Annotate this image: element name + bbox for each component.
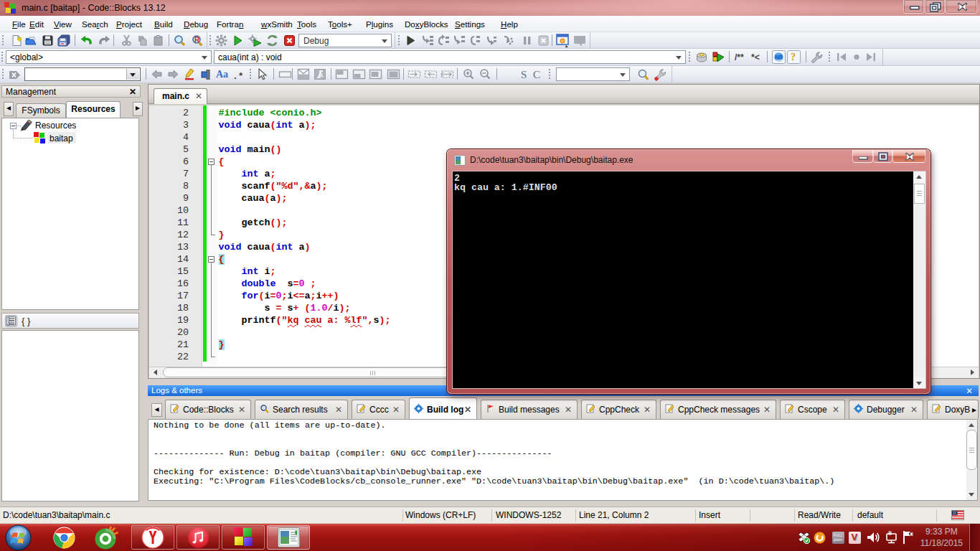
svg-text:S: S [521, 69, 527, 80]
svg-text:A: A [318, 70, 324, 79]
svg-text:Aa: Aa [216, 69, 228, 80]
svg-text:*<: *< [751, 52, 760, 62]
svg-text:.*: .* [232, 71, 244, 81]
svg-text:C: C [533, 69, 540, 80]
svg-text:?: ? [791, 52, 796, 62]
svg-text:/**: /** [735, 52, 744, 62]
